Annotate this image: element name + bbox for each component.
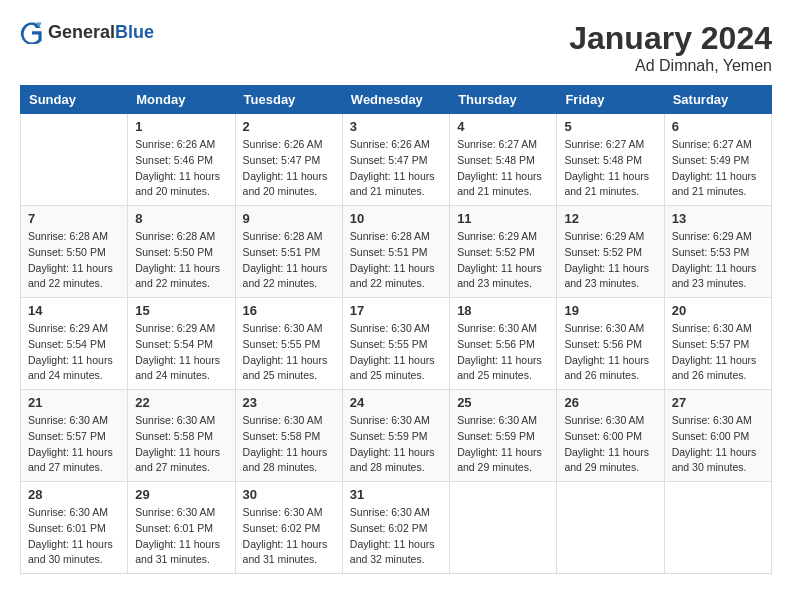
day-number: 21 <box>28 395 120 410</box>
day-number: 11 <box>457 211 549 226</box>
calendar-cell: 19Sunrise: 6:30 AM Sunset: 5:56 PM Dayli… <box>557 298 664 390</box>
calendar-cell <box>557 482 664 574</box>
header-monday: Monday <box>128 86 235 114</box>
day-info: Sunrise: 6:27 AM Sunset: 5:48 PM Dayligh… <box>457 137 549 200</box>
day-info: Sunrise: 6:27 AM Sunset: 5:49 PM Dayligh… <box>672 137 764 200</box>
day-info: Sunrise: 6:29 AM Sunset: 5:52 PM Dayligh… <box>457 229 549 292</box>
page-header: GeneralBlue January 2024 Ad Dimnah, Yeme… <box>20 20 772 75</box>
location-title: Ad Dimnah, Yemen <box>569 57 772 75</box>
day-number: 31 <box>350 487 442 502</box>
calendar-cell: 3Sunrise: 6:26 AM Sunset: 5:47 PM Daylig… <box>342 114 449 206</box>
day-number: 30 <box>243 487 335 502</box>
day-info: Sunrise: 6:28 AM Sunset: 5:50 PM Dayligh… <box>135 229 227 292</box>
calendar-table: SundayMondayTuesdayWednesdayThursdayFrid… <box>20 85 772 574</box>
day-number: 1 <box>135 119 227 134</box>
day-number: 7 <box>28 211 120 226</box>
calendar-cell <box>21 114 128 206</box>
day-number: 25 <box>457 395 549 410</box>
day-number: 2 <box>243 119 335 134</box>
calendar-header-row: SundayMondayTuesdayWednesdayThursdayFrid… <box>21 86 772 114</box>
day-number: 8 <box>135 211 227 226</box>
calendar-cell: 24Sunrise: 6:30 AM Sunset: 5:59 PM Dayli… <box>342 390 449 482</box>
calendar-cell: 28Sunrise: 6:30 AM Sunset: 6:01 PM Dayli… <box>21 482 128 574</box>
header-wednesday: Wednesday <box>342 86 449 114</box>
calendar-cell: 30Sunrise: 6:30 AM Sunset: 6:02 PM Dayli… <box>235 482 342 574</box>
day-info: Sunrise: 6:27 AM Sunset: 5:48 PM Dayligh… <box>564 137 656 200</box>
calendar-cell <box>664 482 771 574</box>
day-info: Sunrise: 6:30 AM Sunset: 5:55 PM Dayligh… <box>350 321 442 384</box>
title-area: January 2024 Ad Dimnah, Yemen <box>569 20 772 75</box>
day-info: Sunrise: 6:26 AM Sunset: 5:47 PM Dayligh… <box>350 137 442 200</box>
calendar-cell: 9Sunrise: 6:28 AM Sunset: 5:51 PM Daylig… <box>235 206 342 298</box>
calendar-cell: 14Sunrise: 6:29 AM Sunset: 5:54 PM Dayli… <box>21 298 128 390</box>
logo: GeneralBlue <box>20 20 154 44</box>
day-number: 27 <box>672 395 764 410</box>
month-title: January 2024 <box>569 20 772 57</box>
day-number: 19 <box>564 303 656 318</box>
day-number: 18 <box>457 303 549 318</box>
calendar-week-4: 21Sunrise: 6:30 AM Sunset: 5:57 PM Dayli… <box>21 390 772 482</box>
day-info: Sunrise: 6:30 AM Sunset: 5:58 PM Dayligh… <box>135 413 227 476</box>
day-number: 26 <box>564 395 656 410</box>
day-info: Sunrise: 6:26 AM Sunset: 5:47 PM Dayligh… <box>243 137 335 200</box>
day-number: 17 <box>350 303 442 318</box>
calendar-cell: 22Sunrise: 6:30 AM Sunset: 5:58 PM Dayli… <box>128 390 235 482</box>
day-info: Sunrise: 6:30 AM Sunset: 5:58 PM Dayligh… <box>243 413 335 476</box>
day-info: Sunrise: 6:28 AM Sunset: 5:50 PM Dayligh… <box>28 229 120 292</box>
calendar-cell: 4Sunrise: 6:27 AM Sunset: 5:48 PM Daylig… <box>450 114 557 206</box>
day-number: 12 <box>564 211 656 226</box>
day-number: 15 <box>135 303 227 318</box>
header-saturday: Saturday <box>664 86 771 114</box>
day-info: Sunrise: 6:29 AM Sunset: 5:52 PM Dayligh… <box>564 229 656 292</box>
day-number: 4 <box>457 119 549 134</box>
day-number: 3 <box>350 119 442 134</box>
header-sunday: Sunday <box>21 86 128 114</box>
calendar-cell: 26Sunrise: 6:30 AM Sunset: 6:00 PM Dayli… <box>557 390 664 482</box>
calendar-cell: 7Sunrise: 6:28 AM Sunset: 5:50 PM Daylig… <box>21 206 128 298</box>
calendar-cell: 23Sunrise: 6:30 AM Sunset: 5:58 PM Dayli… <box>235 390 342 482</box>
day-info: Sunrise: 6:30 AM Sunset: 6:00 PM Dayligh… <box>564 413 656 476</box>
day-info: Sunrise: 6:29 AM Sunset: 5:53 PM Dayligh… <box>672 229 764 292</box>
day-info: Sunrise: 6:30 AM Sunset: 5:59 PM Dayligh… <box>457 413 549 476</box>
day-info: Sunrise: 6:30 AM Sunset: 5:59 PM Dayligh… <box>350 413 442 476</box>
calendar-cell: 2Sunrise: 6:26 AM Sunset: 5:47 PM Daylig… <box>235 114 342 206</box>
header-tuesday: Tuesday <box>235 86 342 114</box>
day-number: 28 <box>28 487 120 502</box>
day-number: 10 <box>350 211 442 226</box>
day-info: Sunrise: 6:30 AM Sunset: 5:57 PM Dayligh… <box>28 413 120 476</box>
calendar-cell: 11Sunrise: 6:29 AM Sunset: 5:52 PM Dayli… <box>450 206 557 298</box>
day-info: Sunrise: 6:29 AM Sunset: 5:54 PM Dayligh… <box>28 321 120 384</box>
day-info: Sunrise: 6:30 AM Sunset: 6:01 PM Dayligh… <box>28 505 120 568</box>
calendar-cell: 29Sunrise: 6:30 AM Sunset: 6:01 PM Dayli… <box>128 482 235 574</box>
calendar-cell: 16Sunrise: 6:30 AM Sunset: 5:55 PM Dayli… <box>235 298 342 390</box>
calendar-cell: 1Sunrise: 6:26 AM Sunset: 5:46 PM Daylig… <box>128 114 235 206</box>
calendar-week-2: 7Sunrise: 6:28 AM Sunset: 5:50 PM Daylig… <box>21 206 772 298</box>
calendar-cell: 27Sunrise: 6:30 AM Sunset: 6:00 PM Dayli… <box>664 390 771 482</box>
day-number: 5 <box>564 119 656 134</box>
day-info: Sunrise: 6:28 AM Sunset: 5:51 PM Dayligh… <box>243 229 335 292</box>
calendar-cell: 6Sunrise: 6:27 AM Sunset: 5:49 PM Daylig… <box>664 114 771 206</box>
logo-text: GeneralBlue <box>48 22 154 43</box>
calendar-cell: 5Sunrise: 6:27 AM Sunset: 5:48 PM Daylig… <box>557 114 664 206</box>
header-thursday: Thursday <box>450 86 557 114</box>
calendar-cell: 25Sunrise: 6:30 AM Sunset: 5:59 PM Dayli… <box>450 390 557 482</box>
calendar-cell: 18Sunrise: 6:30 AM Sunset: 5:56 PM Dayli… <box>450 298 557 390</box>
calendar-cell: 8Sunrise: 6:28 AM Sunset: 5:50 PM Daylig… <box>128 206 235 298</box>
day-info: Sunrise: 6:30 AM Sunset: 6:02 PM Dayligh… <box>350 505 442 568</box>
day-info: Sunrise: 6:30 AM Sunset: 6:01 PM Dayligh… <box>135 505 227 568</box>
day-info: Sunrise: 6:26 AM Sunset: 5:46 PM Dayligh… <box>135 137 227 200</box>
calendar-cell: 13Sunrise: 6:29 AM Sunset: 5:53 PM Dayli… <box>664 206 771 298</box>
calendar-cell: 31Sunrise: 6:30 AM Sunset: 6:02 PM Dayli… <box>342 482 449 574</box>
calendar-week-5: 28Sunrise: 6:30 AM Sunset: 6:01 PM Dayli… <box>21 482 772 574</box>
day-number: 20 <box>672 303 764 318</box>
calendar-cell: 12Sunrise: 6:29 AM Sunset: 5:52 PM Dayli… <box>557 206 664 298</box>
logo-icon <box>20 20 44 44</box>
day-info: Sunrise: 6:30 AM Sunset: 5:57 PM Dayligh… <box>672 321 764 384</box>
day-number: 6 <box>672 119 764 134</box>
calendar-week-3: 14Sunrise: 6:29 AM Sunset: 5:54 PM Dayli… <box>21 298 772 390</box>
day-info: Sunrise: 6:30 AM Sunset: 5:56 PM Dayligh… <box>457 321 549 384</box>
calendar-cell: 15Sunrise: 6:29 AM Sunset: 5:54 PM Dayli… <box>128 298 235 390</box>
day-number: 16 <box>243 303 335 318</box>
day-number: 23 <box>243 395 335 410</box>
day-number: 24 <box>350 395 442 410</box>
